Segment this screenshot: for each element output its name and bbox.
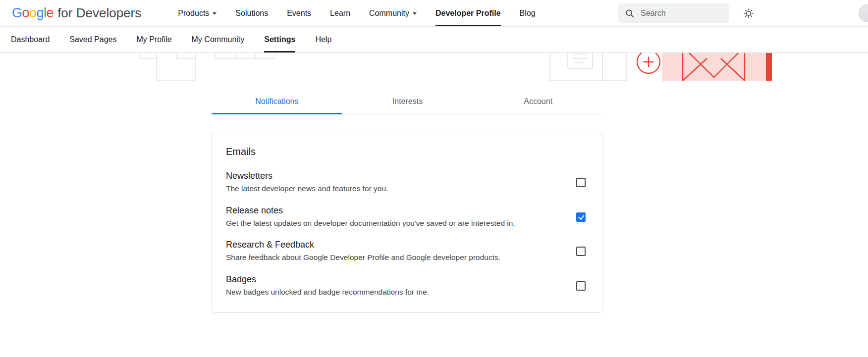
plus-icon	[637, 53, 660, 73]
nav-item-label: Developer Profile	[435, 9, 501, 18]
chevron-down-icon	[413, 12, 417, 15]
nav-item-label: Events	[287, 9, 311, 18]
subnav-item-my-profile[interactable]: My Profile	[136, 27, 171, 52]
search-icon	[625, 8, 635, 18]
nav-item-learn[interactable]: Learn	[330, 0, 350, 26]
nav-item-label: Products	[178, 9, 209, 18]
pref-text: Badges New badges unlocked and badge rec…	[226, 274, 429, 298]
pref-title: Release notes	[226, 205, 515, 216]
top-header: Google for Developers Products Solutions…	[0, 0, 868, 27]
main-nav: Products Solutions Events Learn Communit…	[178, 0, 535, 26]
profile-subnav: Dashboard Saved Pages My Profile My Comm…	[0, 27, 868, 53]
banner-illustration-svg	[0, 53, 868, 81]
pref-description: Get the latest updates on developer docu…	[226, 218, 515, 229]
google-developers-logo[interactable]: Google for Developers	[12, 5, 141, 21]
nav-item-label: Community	[369, 9, 409, 18]
chevron-down-icon	[213, 12, 217, 15]
search-input[interactable]	[640, 8, 721, 18]
nav-item-community[interactable]: Community	[369, 0, 417, 26]
subnav-item-label: Settings	[264, 35, 295, 44]
settings-tabs: Notifications Interests Account	[212, 91, 603, 114]
subnav-item-label: Help	[315, 35, 331, 44]
theme-toggle-button[interactable]	[743, 8, 754, 19]
nav-item-products[interactable]: Products	[178, 0, 217, 26]
pref-text: Research & Feedback Share feedback about…	[226, 240, 500, 263]
pref-title: Research & Feedback	[226, 240, 500, 250]
sun-icon	[743, 8, 754, 19]
search-box[interactable]	[618, 3, 729, 23]
nav-item-solutions[interactable]: Solutions	[235, 0, 268, 26]
pref-row-newsletters: Newsletters The latest developer news an…	[226, 171, 589, 194]
pref-description: New badges unlocked and badge recommenda…	[226, 287, 429, 298]
header-right	[618, 3, 868, 23]
tab-notifications[interactable]: Notifications	[212, 91, 342, 114]
card-title: Emails	[226, 146, 589, 157]
pref-text: Newsletters The latest developer news an…	[226, 171, 388, 194]
pref-row-release-notes: Release notes Get the latest updates on …	[226, 205, 589, 229]
pref-row-research-feedback: Research & Feedback Share feedback about…	[226, 240, 589, 263]
nav-item-label: Blog	[520, 9, 536, 18]
subnav-item-label: Dashboard	[11, 35, 50, 44]
google-logo-text: Google	[12, 5, 54, 21]
subnav-item-settings[interactable]: Settings	[264, 27, 295, 52]
emails-card: Emails Newsletters The latest developer …	[212, 133, 603, 313]
subnav-item-label: My Profile	[136, 35, 171, 44]
note-card-illustration	[550, 53, 626, 81]
nav-item-blog[interactable]: Blog	[520, 0, 536, 26]
checkbox-badges[interactable]	[576, 281, 586, 291]
pref-description: Share feedback about Google Developer Pr…	[226, 252, 500, 263]
logo-suffix: for Developers	[57, 5, 141, 21]
checkbox-newsletters[interactable]	[576, 178, 586, 187]
pref-description: The latest developer news and features f…	[226, 183, 388, 194]
grid-squares-illustration	[139, 53, 275, 81]
pref-row-badges: Badges New badges unlocked and badge rec…	[226, 274, 589, 298]
nav-item-label: Solutions	[235, 9, 268, 18]
subnav-item-my-community[interactable]: My Community	[192, 27, 245, 52]
pref-title: Badges	[226, 274, 429, 285]
checkbox-research-feedback[interactable]	[576, 247, 586, 256]
banner-illustration	[0, 53, 868, 81]
nav-item-events[interactable]: Events	[287, 0, 311, 26]
subnav-item-help[interactable]: Help	[315, 27, 331, 52]
page: Google for Developers Products Solutions…	[0, 0, 868, 357]
pref-text: Release notes Get the latest updates on …	[226, 205, 515, 229]
subnav-item-label: Saved Pages	[69, 35, 116, 44]
checkbox-release-notes[interactable]	[576, 212, 586, 222]
nav-item-label: Learn	[330, 9, 350, 18]
subnav-item-saved-pages[interactable]: Saved Pages	[69, 27, 116, 52]
tab-interests[interactable]: Interests	[342, 91, 473, 114]
subnav-item-dashboard[interactable]: Dashboard	[11, 27, 50, 52]
subnav-item-label: My Community	[192, 35, 245, 44]
nav-item-developer-profile[interactable]: Developer Profile	[435, 0, 501, 26]
pref-title: Newsletters	[226, 171, 388, 181]
tab-account[interactable]: Account	[473, 91, 603, 114]
red-bar	[766, 53, 772, 81]
